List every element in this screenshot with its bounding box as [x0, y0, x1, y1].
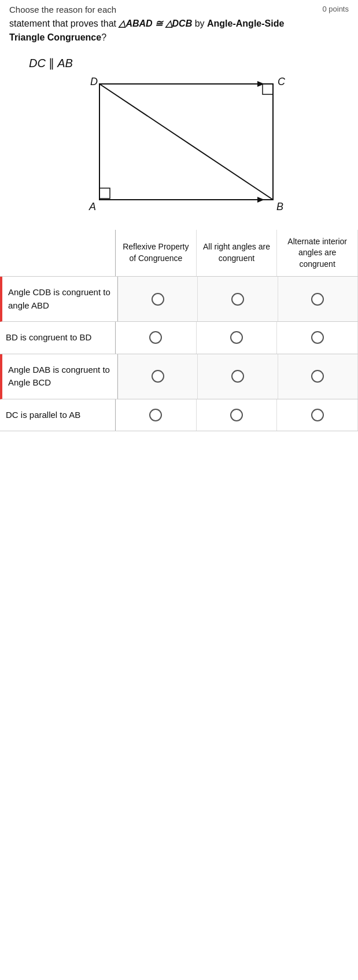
row-label-angle-cdb: Angle CDB is congruent to angle ABD [2, 277, 118, 321]
row-cell-dc-right[interactable] [197, 399, 278, 431]
row-label-dc-ab: DC is parallel to AB [0, 399, 116, 431]
radio-angle-cdb-reflexive[interactable] [152, 293, 164, 306]
svg-rect-7 [263, 84, 273, 94]
radio-dc-reflexive[interactable] [149, 409, 162, 421]
svg-text:B: B [276, 201, 283, 212]
table-row: DC is parallel to AB [0, 399, 358, 432]
col-header-right-angles: All right angles are congruent [197, 230, 278, 276]
radio-dc-alternate[interactable] [311, 409, 324, 421]
points-display: 0 points [322, 5, 349, 13]
row-label-angle-dab: Angle DAB is congruent to Angle BCD [2, 354, 118, 399]
radio-dc-right[interactable] [230, 409, 243, 421]
answer-table: Reflexive Property of Congruence All rig… [0, 230, 358, 431]
svg-text:A: A [88, 201, 96, 212]
diagram-area: DC ∥ AB D C A B [0, 52, 358, 230]
table-row: BD is congruent to BD [0, 322, 358, 354]
row-cell-dab-alternate[interactable] [278, 354, 358, 399]
radio-angle-cdb-alternate[interactable] [311, 293, 324, 306]
row-cell-dc-reflexive[interactable] [116, 399, 197, 431]
col-header-empty [0, 230, 116, 276]
table-header: Reflexive Property of Congruence All rig… [0, 230, 358, 277]
svg-marker-5 [257, 197, 264, 203]
radio-bd-alternate[interactable] [311, 331, 324, 344]
row-cell-bd-reflexive[interactable] [116, 322, 197, 354]
svg-rect-6 [99, 188, 110, 199]
row-label-bd-bd: BD is congruent to BD [0, 322, 116, 354]
row-cell-bd-alternate[interactable] [277, 322, 358, 354]
radio-angle-cdb-right[interactable] [231, 293, 244, 306]
question-text: statement that proves that △ABAD ≅ △DCB … [0, 14, 358, 52]
geometry-figure: D C A B [82, 72, 296, 223]
radio-dab-alternate[interactable] [311, 370, 324, 383]
row-cell-bd-right[interactable] [197, 322, 278, 354]
svg-line-1 [99, 84, 273, 200]
svg-text:C: C [278, 76, 286, 87]
svg-text:D: D [90, 76, 98, 87]
radio-bd-right[interactable] [230, 331, 243, 344]
parallel-statement: DC ∥ AB [29, 56, 349, 70]
row-cell-angle-cdb-reflexive[interactable] [118, 277, 198, 321]
row-cell-angle-cdb-alternate[interactable] [278, 277, 358, 321]
radio-bd-reflexive[interactable] [149, 331, 162, 344]
col-header-alternate: Alternate interior angles are congruent [277, 230, 358, 276]
row-cell-dab-reflexive[interactable] [118, 354, 198, 399]
row-cell-dab-right[interactable] [198, 354, 278, 399]
table-row: Angle DAB is congruent to Angle BCD [0, 354, 358, 399]
table-row: Angle CDB is congruent to angle ABD [0, 277, 358, 322]
col-header-reflexive: Reflexive Property of Congruence [116, 230, 197, 276]
radio-dab-right[interactable] [231, 370, 244, 383]
question-intro: Choose the reason for each [9, 5, 116, 14]
radio-dab-reflexive[interactable] [152, 370, 164, 383]
row-cell-dc-alternate[interactable] [277, 399, 358, 431]
row-cell-angle-cdb-right[interactable] [198, 277, 278, 321]
triangle-abad: △ABAD ≅ △DCB [119, 19, 192, 28]
top-bar: Choose the reason for each 0 points [0, 0, 358, 14]
